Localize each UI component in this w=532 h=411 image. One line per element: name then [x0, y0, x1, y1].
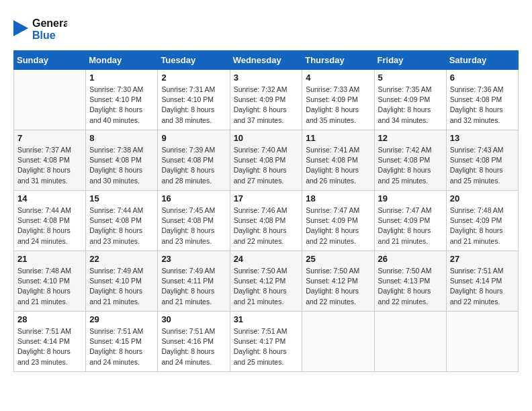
calendar-cell: 16Sunrise: 7:45 AMSunset: 4:08 PMDayligh…: [158, 191, 230, 251]
day-number: 14: [17, 193, 82, 203]
cell-info: Sunrise: 7:50 AMSunset: 4:12 PMDaylight:…: [306, 266, 370, 307]
weekday-header: Wednesday: [230, 51, 302, 70]
day-number: 2: [161, 73, 226, 83]
svg-text:General: General: [32, 17, 67, 29]
weekday-header: Friday: [374, 51, 446, 70]
cell-info: Sunrise: 7:50 AMSunset: 4:12 PMDaylight:…: [234, 266, 299, 307]
day-number: 17: [234, 193, 299, 203]
day-number: 22: [89, 254, 154, 264]
day-number: 9: [161, 133, 226, 143]
calendar-cell: 28Sunrise: 7:51 AMSunset: 4:14 PMDayligh…: [14, 312, 86, 372]
calendar-cell: 14Sunrise: 7:44 AMSunset: 4:08 PMDayligh…: [14, 191, 86, 251]
calendar-week-row: 14Sunrise: 7:44 AMSunset: 4:08 PMDayligh…: [14, 191, 519, 251]
svg-marker-0: [13, 20, 28, 36]
calendar-cell: 15Sunrise: 7:44 AMSunset: 4:08 PMDayligh…: [86, 191, 158, 251]
calendar-cell: 7Sunrise: 7:37 AMSunset: 4:08 PMDaylight…: [14, 130, 86, 191]
cell-info: Sunrise: 7:44 AMSunset: 4:08 PMDaylight:…: [89, 205, 154, 246]
cell-info: Sunrise: 7:49 AMSunset: 4:11 PMDaylight:…: [161, 266, 226, 307]
day-number: 12: [378, 133, 443, 143]
day-number: 15: [89, 193, 154, 203]
calendar-week-row: 21Sunrise: 7:48 AMSunset: 4:10 PMDayligh…: [14, 251, 519, 312]
cell-info: Sunrise: 7:45 AMSunset: 4:08 PMDaylight:…: [161, 205, 226, 246]
day-number: 6: [450, 73, 515, 83]
day-number: 21: [17, 254, 82, 264]
cell-info: Sunrise: 7:40 AMSunset: 4:08 PMDaylight:…: [234, 145, 299, 186]
cell-info: Sunrise: 7:31 AMSunset: 4:10 PMDaylight:…: [161, 85, 226, 126]
logo: GeneralBlue: [13, 13, 67, 44]
cell-info: Sunrise: 7:35 AMSunset: 4:09 PMDaylight:…: [378, 85, 443, 126]
calendar-table: SundayMondayTuesdayWednesdayThursdayFrid…: [13, 50, 519, 372]
day-number: 4: [306, 73, 370, 83]
calendar-cell: 2Sunrise: 7:31 AMSunset: 4:10 PMDaylight…: [158, 70, 230, 130]
calendar-cell: 11Sunrise: 7:41 AMSunset: 4:08 PMDayligh…: [302, 130, 374, 191]
calendar-cell: 24Sunrise: 7:50 AMSunset: 4:12 PMDayligh…: [230, 251, 302, 312]
calendar-cell: 19Sunrise: 7:47 AMSunset: 4:09 PMDayligh…: [374, 191, 446, 251]
cell-info: Sunrise: 7:51 AMSunset: 4:16 PMDaylight:…: [161, 326, 226, 367]
weekday-header: Thursday: [302, 51, 374, 70]
calendar-cell: 23Sunrise: 7:49 AMSunset: 4:11 PMDayligh…: [158, 251, 230, 312]
cell-info: Sunrise: 7:46 AMSunset: 4:08 PMDaylight:…: [234, 205, 299, 246]
day-number: 16: [161, 193, 226, 203]
cell-info: Sunrise: 7:47 AMSunset: 4:09 PMDaylight:…: [306, 205, 370, 246]
day-number: 13: [450, 133, 515, 143]
calendar-cell: 30Sunrise: 7:51 AMSunset: 4:16 PMDayligh…: [158, 312, 230, 372]
page-header: GeneralBlue: [13, 13, 519, 44]
logo-svg: GeneralBlue: [13, 13, 67, 44]
cell-info: Sunrise: 7:48 AMSunset: 4:09 PMDaylight:…: [450, 205, 515, 246]
calendar-cell: 31Sunrise: 7:51 AMSunset: 4:17 PMDayligh…: [230, 312, 302, 372]
weekday-header: Sunday: [14, 51, 86, 70]
calendar-cell: 25Sunrise: 7:50 AMSunset: 4:12 PMDayligh…: [302, 251, 374, 312]
calendar-cell: 12Sunrise: 7:42 AMSunset: 4:08 PMDayligh…: [374, 130, 446, 191]
cell-info: Sunrise: 7:51 AMSunset: 4:14 PMDaylight:…: [17, 326, 82, 367]
day-number: 31: [234, 314, 299, 324]
cell-info: Sunrise: 7:44 AMSunset: 4:08 PMDaylight:…: [17, 205, 82, 246]
day-number: 11: [306, 133, 370, 143]
cell-info: Sunrise: 7:41 AMSunset: 4:08 PMDaylight:…: [306, 145, 370, 186]
day-number: 1: [89, 73, 154, 83]
day-number: 25: [306, 254, 370, 264]
cell-info: Sunrise: 7:42 AMSunset: 4:08 PMDaylight:…: [378, 145, 443, 186]
cell-info: Sunrise: 7:50 AMSunset: 4:13 PMDaylight:…: [378, 266, 443, 307]
day-number: 24: [234, 254, 299, 264]
calendar-cell: 26Sunrise: 7:50 AMSunset: 4:13 PMDayligh…: [374, 251, 446, 312]
calendar-cell: 9Sunrise: 7:39 AMSunset: 4:08 PMDaylight…: [158, 130, 230, 191]
day-number: 29: [89, 314, 154, 324]
cell-info: Sunrise: 7:51 AMSunset: 4:14 PMDaylight:…: [450, 266, 515, 307]
day-number: 8: [89, 133, 154, 143]
day-number: 10: [234, 133, 299, 143]
calendar-cell: [14, 70, 86, 130]
day-number: 5: [378, 73, 443, 83]
calendar-cell: [374, 312, 446, 372]
calendar-cell: 5Sunrise: 7:35 AMSunset: 4:09 PMDaylight…: [374, 70, 446, 130]
calendar-cell: 8Sunrise: 7:38 AMSunset: 4:08 PMDaylight…: [86, 130, 158, 191]
cell-info: Sunrise: 7:51 AMSunset: 4:15 PMDaylight:…: [89, 326, 154, 367]
day-number: 23: [161, 254, 226, 264]
calendar-cell: 21Sunrise: 7:48 AMSunset: 4:10 PMDayligh…: [14, 251, 86, 312]
calendar-cell: 20Sunrise: 7:48 AMSunset: 4:09 PMDayligh…: [446, 191, 518, 251]
cell-info: Sunrise: 7:49 AMSunset: 4:10 PMDaylight:…: [89, 266, 154, 307]
calendar-cell: [446, 312, 518, 372]
cell-info: Sunrise: 7:37 AMSunset: 4:08 PMDaylight:…: [17, 145, 82, 186]
header-row: SundayMondayTuesdayWednesdayThursdayFrid…: [14, 51, 519, 70]
day-number: 28: [17, 314, 82, 324]
calendar-week-row: 7Sunrise: 7:37 AMSunset: 4:08 PMDaylight…: [14, 130, 519, 191]
cell-info: Sunrise: 7:32 AMSunset: 4:09 PMDaylight:…: [234, 85, 299, 126]
day-number: 18: [306, 193, 370, 203]
cell-info: Sunrise: 7:47 AMSunset: 4:09 PMDaylight:…: [378, 205, 443, 246]
cell-info: Sunrise: 7:48 AMSunset: 4:10 PMDaylight:…: [17, 266, 82, 307]
weekday-header: Monday: [86, 51, 158, 70]
day-number: 3: [234, 73, 299, 83]
cell-info: Sunrise: 7:43 AMSunset: 4:08 PMDaylight:…: [450, 145, 515, 186]
calendar-cell: 10Sunrise: 7:40 AMSunset: 4:08 PMDayligh…: [230, 130, 302, 191]
calendar-week-row: 1Sunrise: 7:30 AMSunset: 4:10 PMDaylight…: [14, 70, 519, 130]
calendar-cell: 18Sunrise: 7:47 AMSunset: 4:09 PMDayligh…: [302, 191, 374, 251]
weekday-header: Tuesday: [158, 51, 230, 70]
calendar-cell: 13Sunrise: 7:43 AMSunset: 4:08 PMDayligh…: [446, 130, 518, 191]
day-number: 30: [161, 314, 226, 324]
day-number: 20: [450, 193, 515, 203]
calendar-cell: 27Sunrise: 7:51 AMSunset: 4:14 PMDayligh…: [446, 251, 518, 312]
cell-info: Sunrise: 7:38 AMSunset: 4:08 PMDaylight:…: [89, 145, 154, 186]
calendar-cell: 4Sunrise: 7:33 AMSunset: 4:09 PMDaylight…: [302, 70, 374, 130]
cell-info: Sunrise: 7:39 AMSunset: 4:08 PMDaylight:…: [161, 145, 226, 186]
day-number: 19: [378, 193, 443, 203]
